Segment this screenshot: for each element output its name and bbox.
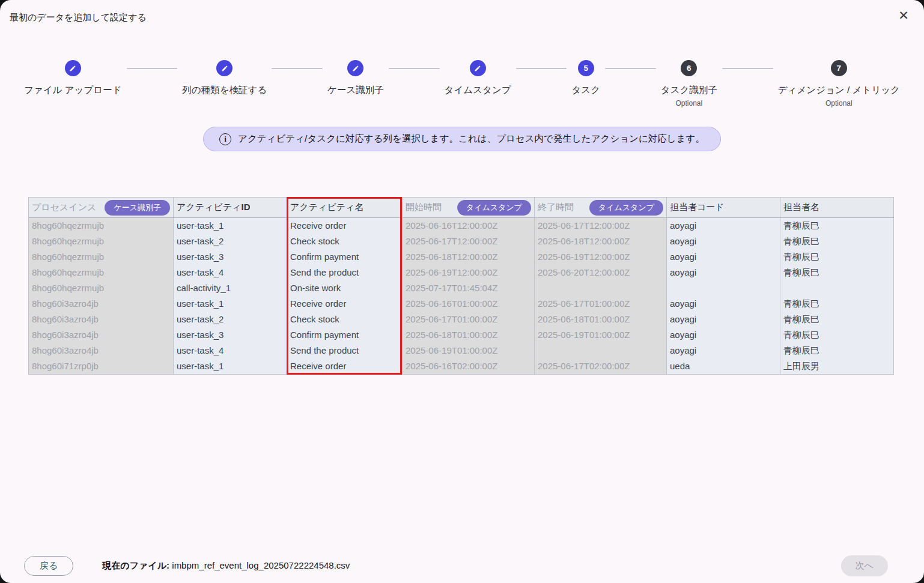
edit-icon: [347, 60, 363, 76]
step-label: ファイル アップロード: [24, 84, 122, 97]
cell-assignee-name: 青柳辰巳: [780, 249, 894, 265]
cell-process-instance: 8hog60i3azro4jb: [29, 312, 174, 327]
cell-activity-id: user-task_2: [174, 312, 287, 327]
data-preview-table-wrap: プロセスインスケース識別子アクティビティIDアクティビティ名開始時間タイムスタン…: [28, 197, 893, 375]
stepper-step-1[interactable]: ファイル アップロード: [24, 60, 122, 97]
step-label: タスク: [571, 84, 600, 97]
info-banner-text: アクティビティ/タスクに対応する列を選択します。これは、プロセス内で発生したアク…: [238, 133, 705, 145]
column-label-end-time: 終了時間: [538, 202, 574, 213]
setup-dialog: 最初のデータを追加して設定する ✕ ファイル アップロード列の種類を検証するケー…: [0, 0, 924, 583]
stepper-step-4[interactable]: タイムスタンプ: [445, 60, 511, 97]
cell-end-time: 2025-06-18T01:00:00Z: [535, 312, 667, 327]
cell-end-time: 2025-06-18T12:00:00Z: [535, 234, 667, 249]
column-label-activity-name: アクティビティ名: [290, 202, 363, 213]
step-label: タイムスタンプ: [445, 84, 511, 97]
column-header-process-instance[interactable]: プロセスインスケース識別子: [29, 198, 174, 218]
cell-start-time: 2025-06-17T12:00:00Z: [403, 234, 535, 249]
cell-end-time: 2025-06-20T12:00:00Z: [535, 265, 667, 280]
table-row: 8hog60hqezrmujbuser-task_4Send the produ…: [29, 265, 894, 280]
cell-process-instance: 8hog60i3azro4jb: [29, 327, 174, 343]
cell-activity-id: user-task_2: [174, 234, 287, 249]
column-header-activity-name[interactable]: アクティビティ名: [287, 198, 403, 218]
cell-assignee-code: aoyagi: [667, 218, 780, 234]
column-label-process-instance: プロセスインス: [32, 202, 96, 213]
column-label-assignee-name: 担当者名: [783, 202, 819, 213]
cell-assignee-name: 青柳辰巳: [780, 327, 894, 343]
cell-activity-name: Check stock: [287, 312, 403, 327]
cell-end-time: 2025-06-19T01:00:00Z: [535, 327, 667, 343]
cell-activity-id: user-task_3: [174, 327, 287, 343]
column-header-activity-id[interactable]: アクティビティID: [174, 198, 287, 218]
cell-activity-id: user-task_3: [174, 249, 287, 265]
back-button[interactable]: 戻る: [24, 556, 73, 576]
column-badge-start-time: タイムスタンプ: [457, 200, 531, 216]
cell-activity-name: Send the product: [287, 343, 403, 358]
cell-start-time: 2025-06-16T01:00:00Z: [403, 296, 535, 312]
cell-activity-id: user-task_4: [174, 265, 287, 280]
step-label: ディメンジョン / メトリック: [778, 84, 900, 97]
stepper-connector: [272, 68, 323, 69]
cell-activity-name: Confirm payment: [287, 249, 403, 265]
cell-assignee-code: aoyagi: [667, 296, 780, 312]
cell-assignee-code: ueda: [667, 358, 780, 375]
cell-activity-id: user-task_1: [174, 296, 287, 312]
cell-assignee-name: 青柳辰巳: [780, 296, 894, 312]
stepper-step-7[interactable]: 7ディメンジョン / メトリックOptional: [778, 60, 900, 107]
cell-activity-name: Receive order: [287, 296, 403, 312]
cell-end-time: 2025-06-19T12:00:00Z: [535, 249, 667, 265]
column-header-assignee-code[interactable]: 担当者コード: [667, 198, 780, 218]
cell-start-time: 2025-06-19T12:00:00Z: [403, 265, 535, 280]
cell-process-instance: 8hog60hqezrmujb: [29, 265, 174, 280]
cell-start-time: 2025-06-17T01:00:00Z: [403, 312, 535, 327]
column-header-assignee-name[interactable]: 担当者名: [780, 198, 894, 218]
stepper: ファイル アップロード列の種類を検証するケース識別子タイムスタンプ5タスク6タス…: [0, 60, 924, 107]
cell-process-instance: 8hog60i3azro4jb: [29, 296, 174, 312]
next-button[interactable]: 次へ: [841, 555, 888, 576]
stepper-step-5[interactable]: 5タスク: [571, 60, 600, 97]
table-header-row: プロセスインスケース識別子アクティビティIDアクティビティ名開始時間タイムスタン…: [29, 198, 894, 218]
column-label-assignee-code: 担当者コード: [670, 202, 725, 213]
cell-activity-id: user-task_4: [174, 343, 287, 358]
cell-assignee-name: 青柳辰巳: [780, 312, 894, 327]
cell-process-instance: 8hog60i71zrp0jb: [29, 358, 174, 375]
cell-assignee-code: aoyagi: [667, 249, 780, 265]
cell-activity-name: Receive order: [287, 358, 403, 375]
cell-assignee-code: aoyagi: [667, 265, 780, 280]
column-header-start-time[interactable]: 開始時間タイムスタンプ: [403, 198, 535, 218]
column-header-end-time[interactable]: 終了時間タイムスタンプ: [535, 198, 667, 218]
column-badge-process-instance: ケース識別子: [105, 200, 170, 216]
stepper-step-3[interactable]: ケース識別子: [327, 60, 384, 97]
stepper-step-2[interactable]: 列の種類を検証する: [182, 60, 267, 97]
step-label: ケース識別子: [327, 84, 384, 97]
cell-process-instance: 8hog60hqezrmujb: [29, 249, 174, 265]
cell-end-time: 2025-06-17T02:00:00Z: [535, 358, 667, 375]
cell-activity-name: Confirm payment: [287, 327, 403, 343]
column-badge-end-time: タイムスタンプ: [589, 200, 663, 216]
cell-activity-name: Receive order: [287, 218, 403, 234]
cell-assignee-name: 青柳辰巳: [780, 265, 894, 280]
cell-assignee-code: aoyagi: [667, 234, 780, 249]
cell-activity-id: call-activity_1: [174, 280, 287, 296]
data-preview-table: プロセスインスケース識別子アクティビティIDアクティビティ名開始時間タイムスタン…: [28, 197, 894, 375]
column-label-activity-id: アクティビティID: [177, 202, 250, 213]
cell-assignee-name: 青柳辰巳: [780, 343, 894, 358]
table-row: 8hog60i3azro4jbuser-task_3Confirm paymen…: [29, 327, 894, 343]
cell-activity-name: Send the product: [287, 265, 403, 280]
cell-assignee-name: 青柳辰巳: [780, 234, 894, 249]
step-label: タスク識別子: [661, 84, 717, 97]
column-label-start-time: 開始時間: [406, 202, 442, 213]
edit-icon: [470, 60, 486, 76]
cell-assignee-name: 上田辰男: [780, 358, 894, 375]
cell-end-time: [535, 280, 667, 296]
cell-activity-id: user-task_1: [174, 218, 287, 234]
cell-start-time: 2025-06-16T02:00:00Z: [403, 358, 535, 375]
cell-process-instance: 8hog60i3azro4jb: [29, 343, 174, 358]
table-row: 8hog60hqezrmujbuser-task_1Receive order2…: [29, 218, 894, 234]
footer: 戻る 現在のファイル: imbpm_ref_event_log_20250722…: [24, 554, 888, 577]
cell-process-instance: 8hog60hqezrmujb: [29, 234, 174, 249]
stepper-step-6[interactable]: 6タスク識別子Optional: [661, 60, 717, 107]
close-icon[interactable]: ✕: [895, 7, 912, 24]
edit-icon: [216, 60, 233, 76]
stepper-connector: [516, 68, 567, 69]
cell-end-time: 2025-06-17T12:00:00Z: [535, 218, 667, 234]
